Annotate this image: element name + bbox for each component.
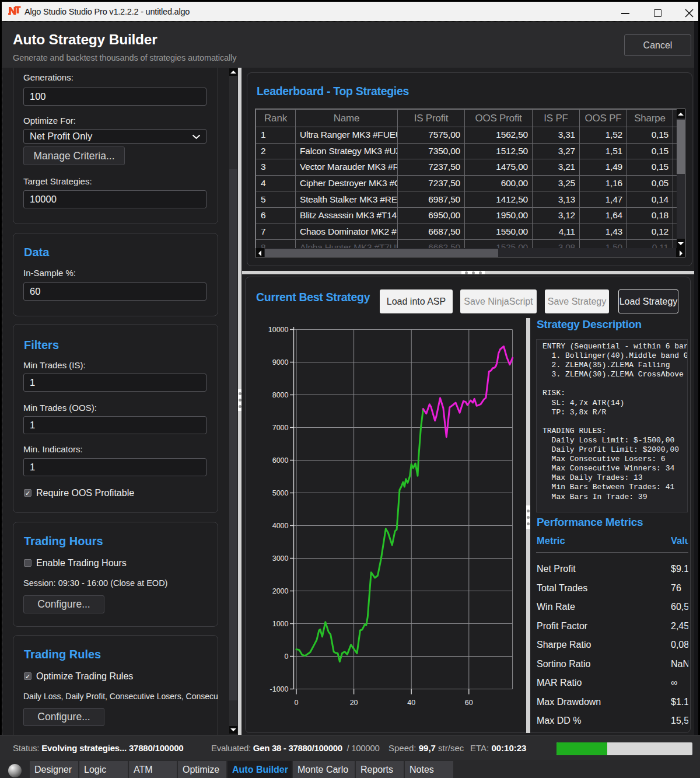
svg-text:5000: 5000 bbox=[272, 489, 289, 497]
svg-text:60: 60 bbox=[465, 699, 473, 707]
svg-text:7000: 7000 bbox=[272, 424, 289, 432]
svg-text:10000: 10000 bbox=[268, 326, 289, 334]
svg-text:0: 0 bbox=[285, 653, 289, 661]
svg-text:9000: 9000 bbox=[272, 358, 289, 367]
svg-text:0: 0 bbox=[295, 699, 299, 707]
svg-text:4000: 4000 bbox=[272, 522, 289, 530]
svg-text:2000: 2000 bbox=[272, 587, 289, 595]
svg-text:40: 40 bbox=[407, 699, 415, 707]
svg-text:20: 20 bbox=[350, 699, 358, 707]
svg-text:-1000: -1000 bbox=[270, 685, 289, 693]
svg-text:6000: 6000 bbox=[272, 456, 289, 465]
svg-text:3000: 3000 bbox=[272, 554, 289, 563]
svg-text:1000: 1000 bbox=[272, 620, 289, 628]
svg-text:8000: 8000 bbox=[272, 391, 289, 399]
